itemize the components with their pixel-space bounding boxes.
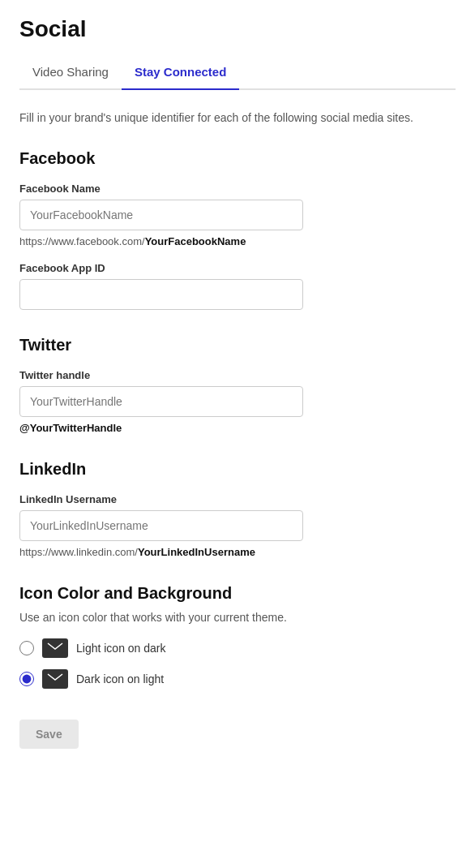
facebook-app-id-input[interactable]: [19, 279, 303, 310]
linkedin-username-label: LinkedIn Username: [19, 493, 456, 505]
linkedin-section: LinkedIn LinkedIn Username https://www.l…: [19, 460, 456, 558]
twitter-handle-label: Twitter handle: [19, 369, 456, 381]
facebook-name-label: Facebook Name: [19, 183, 456, 195]
facebook-name-input[interactable]: [19, 200, 303, 230]
facebook-name-field-group: Facebook Name https://www.facebook.com/Y…: [19, 183, 456, 247]
icon-color-title: Icon Color and Background: [19, 584, 456, 603]
twitter-section-title: Twitter: [19, 336, 456, 355]
icon-color-section: Icon Color and Background Use an icon co…: [19, 584, 456, 689]
twitter-handle-input[interactable]: [19, 386, 303, 417]
twitter-handle-field-group: Twitter handle @YourTwitterHandle: [19, 369, 456, 434]
radio-dark-label: Dark icon on light: [76, 672, 164, 685]
tab-stay-connected[interactable]: Stay Connected: [122, 55, 239, 90]
facebook-section-title: Facebook: [19, 149, 456, 168]
facebook-section: Facebook Facebook Name https://www.faceb…: [19, 149, 456, 310]
tab-video-sharing[interactable]: Video Sharing: [19, 55, 122, 90]
page-title: Social: [19, 16, 456, 42]
page-description: Fill in your brand's unique identifier f…: [19, 110, 456, 127]
email-icon-light: [42, 638, 68, 658]
radio-light-input[interactable]: [19, 641, 34, 655]
radio-light-label: Light icon on dark: [76, 642, 166, 655]
facebook-app-id-field-group: Facebook App ID: [19, 262, 456, 310]
linkedin-url-preview: https://www.linkedin.com/YourLinkedInUse…: [19, 546, 456, 558]
radio-dark-input[interactable]: [19, 672, 34, 686]
twitter-section: Twitter Twitter handle @YourTwitterHandl…: [19, 336, 456, 434]
facebook-url-preview: https://www.facebook.com/YourFacebookNam…: [19, 235, 456, 247]
linkedin-username-field-group: LinkedIn Username https://www.linkedin.c…: [19, 493, 456, 558]
icon-color-description: Use an icon color that works with your c…: [19, 611, 456, 624]
twitter-at-preview: @YourTwitterHandle: [19, 422, 456, 434]
email-icon-dark: [42, 669, 68, 689]
tabs: Video Sharing Stay Connected: [19, 55, 456, 90]
content-area: Fill in your brand's unique identifier f…: [0, 90, 475, 768]
page-header: Social Video Sharing Stay Connected: [0, 0, 475, 90]
linkedin-username-input[interactable]: [19, 510, 303, 541]
radio-option-dark[interactable]: Dark icon on light: [19, 669, 456, 689]
facebook-app-id-label: Facebook App ID: [19, 262, 456, 274]
linkedin-section-title: LinkedIn: [19, 460, 456, 479]
save-button[interactable]: Save: [19, 720, 79, 749]
radio-option-light[interactable]: Light icon on dark: [19, 638, 456, 658]
